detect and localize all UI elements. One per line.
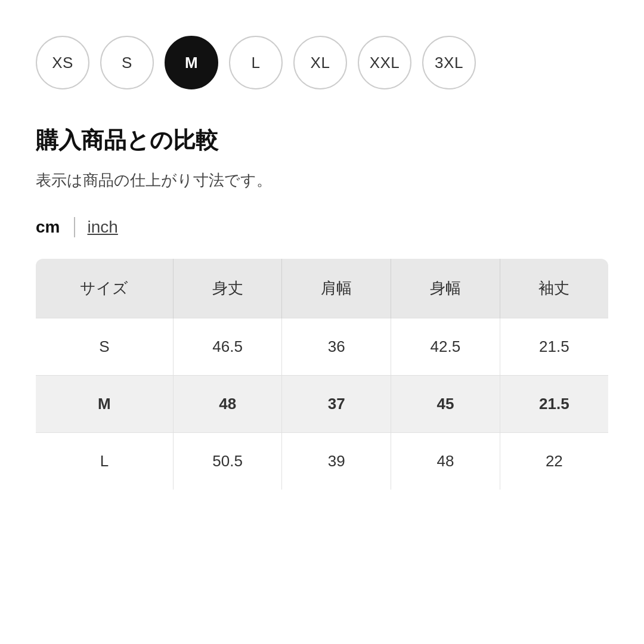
table-cell-value: 45 (391, 376, 500, 433)
table-row: M48374521.5 (36, 376, 608, 433)
size-selector: XSSMLXLXXL3XL (36, 36, 608, 89)
table-cell-value: 39 (282, 433, 391, 490)
size-button-3xl[interactable]: 3XL (422, 36, 476, 89)
size-button-xxl[interactable]: XXL (358, 36, 411, 89)
size-button-xl[interactable]: XL (293, 36, 347, 89)
size-table: サイズ身丈肩幅身幅袖丈 S46.53642.521.5M48374521.5L5… (36, 259, 608, 490)
table-cell-value: 37 (282, 376, 391, 433)
table-cell-value: 21.5 (500, 376, 608, 433)
table-cell-size: S (36, 318, 173, 376)
table-cell-value: 36 (282, 318, 391, 376)
table-header: 袖丈 (500, 259, 608, 318)
size-button-xs[interactable]: XS (36, 36, 89, 89)
table-row: L50.5394822 (36, 433, 608, 490)
table-header: サイズ (36, 259, 173, 318)
size-button-s[interactable]: S (100, 36, 154, 89)
table-cell-value: 48 (391, 433, 500, 490)
table-body: S46.53642.521.5M48374521.5L50.5394822 (36, 318, 608, 490)
unit-divider (74, 217, 75, 237)
table-header-row: サイズ身丈肩幅身幅袖丈 (36, 259, 608, 318)
table-header: 肩幅 (282, 259, 391, 318)
section-subtitle: 表示は商品の仕上がり寸法です。 (36, 170, 608, 191)
table-row: S46.53642.521.5 (36, 318, 608, 376)
table-cell-value: 48 (173, 376, 282, 433)
table-cell-value: 46.5 (173, 318, 282, 376)
table-cell-value: 22 (500, 433, 608, 490)
table-cell-value: 21.5 (500, 318, 608, 376)
unit-cm-label[interactable]: cm (36, 218, 74, 237)
section-title: 購入商品との比較 (36, 125, 608, 156)
unit-inch-label[interactable]: inch (87, 218, 117, 237)
unit-toggle: cm inch (36, 217, 608, 237)
table-cell-value: 50.5 (173, 433, 282, 490)
table-cell-size: L (36, 433, 173, 490)
size-button-l[interactable]: L (229, 36, 283, 89)
table-cell-size: M (36, 376, 173, 433)
table-header: 身丈 (173, 259, 282, 318)
table-cell-value: 42.5 (391, 318, 500, 376)
table-header: 身幅 (391, 259, 500, 318)
size-button-m[interactable]: M (165, 36, 218, 89)
